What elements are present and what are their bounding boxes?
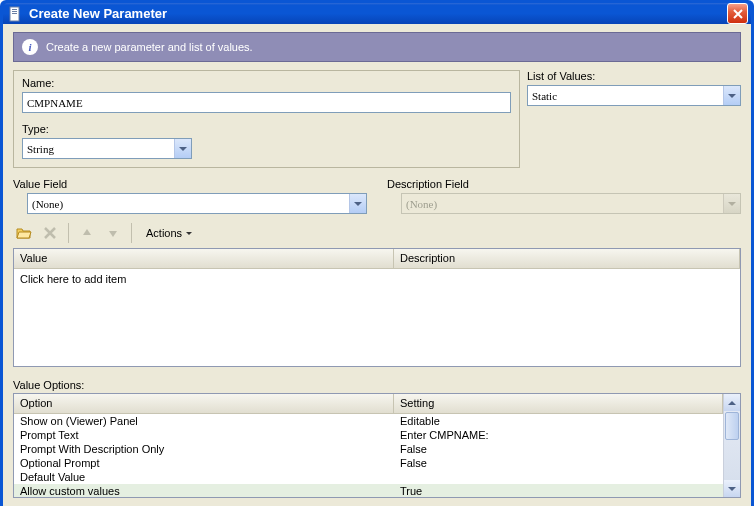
lov-group: List of Values: Static <box>527 70 741 168</box>
lov-label: List of Values: <box>527 70 741 82</box>
option-setting: True <box>394 484 723 497</box>
options-body: Show on (Viewer) Panel Editable Prompt T… <box>14 414 723 497</box>
option-setting <box>394 470 723 484</box>
app-icon <box>8 6 24 22</box>
options-row[interactable]: Show on (Viewer) Panel Editable <box>14 414 723 428</box>
separator <box>131 223 132 243</box>
options-grid: Option Setting Show on (Viewer) Panel Ed… <box>13 393 741 498</box>
options-row[interactable]: Allow custom values True <box>14 484 723 497</box>
grid-body[interactable]: Click here to add item <box>14 269 740 366</box>
option-name: Default Value <box>14 470 394 484</box>
options-header: Option Setting <box>14 394 723 414</box>
option-setting: False <box>394 442 723 456</box>
col-description[interactable]: Description <box>394 249 740 268</box>
title-bar: Create New Parameter <box>3 3 751 24</box>
type-label: Type: <box>22 123 192 135</box>
actions-label: Actions <box>146 227 182 239</box>
chevron-down-icon <box>723 86 740 105</box>
grid-placeholder[interactable]: Click here to add item <box>14 269 740 289</box>
col-value[interactable]: Value <box>14 249 394 268</box>
type-value: String <box>27 143 54 155</box>
toolbar: Actions <box>13 220 741 246</box>
desc-field-combo: (None) <box>401 193 741 214</box>
value-field-value: (None) <box>32 198 63 210</box>
value-options-label: Value Options: <box>13 379 741 391</box>
col-option[interactable]: Option <box>14 394 394 413</box>
scroll-down-button[interactable] <box>724 480 740 497</box>
move-up-button <box>76 222 98 244</box>
info-icon: i <box>22 39 38 55</box>
name-type-group: Name: Type: String <box>13 70 520 168</box>
window: Create New Parameter i Create a new para… <box>0 0 754 506</box>
window-title: Create New Parameter <box>29 6 727 21</box>
top-row: Name: Type: String List of Values: Stati… <box>13 70 741 168</box>
option-name: Allow custom values <box>14 484 394 497</box>
svg-rect-1 <box>12 9 17 10</box>
open-button[interactable] <box>13 222 35 244</box>
name-input[interactable] <box>22 92 511 113</box>
option-setting: Editable <box>394 414 723 428</box>
name-label: Name: <box>22 77 511 89</box>
separator <box>68 223 69 243</box>
option-setting: Enter CMPNAME: <box>394 428 723 442</box>
options-row[interactable]: Optional Prompt False <box>14 456 723 470</box>
desc-field-value: (None) <box>406 198 437 210</box>
lov-combo[interactable]: Static <box>527 85 741 106</box>
chevron-down-icon <box>723 194 740 213</box>
move-down-button <box>102 222 124 244</box>
info-text: Create a new parameter and list of value… <box>46 41 253 53</box>
options-row[interactable]: Prompt Text Enter CMPNAME: <box>14 428 723 442</box>
delete-button <box>39 222 61 244</box>
scrollbar[interactable] <box>723 394 740 497</box>
type-combo[interactable]: String <box>22 138 192 159</box>
desc-field-label: Description Field <box>387 178 741 190</box>
options-row[interactable]: Prompt With Description Only False <box>14 442 723 456</box>
svg-rect-2 <box>12 11 17 12</box>
value-field-label: Value Field <box>13 178 367 190</box>
field-row: Value Field (None) Description Field (No… <box>13 178 741 214</box>
client-area: i Create a new parameter and list of val… <box>3 24 751 506</box>
option-name: Show on (Viewer) Panel <box>14 414 394 428</box>
chevron-down-icon <box>174 139 191 158</box>
lov-value: Static <box>532 90 557 102</box>
option-name: Optional Prompt <box>14 456 394 470</box>
option-name: Prompt With Description Only <box>14 442 394 456</box>
chevron-down-icon <box>186 232 192 235</box>
value-field-combo[interactable]: (None) <box>27 193 367 214</box>
option-name: Prompt Text <box>14 428 394 442</box>
values-grid: Value Description Click here to add item <box>13 248 741 367</box>
chevron-down-icon <box>349 194 366 213</box>
scroll-track[interactable] <box>724 441 740 480</box>
close-button[interactable] <box>727 3 748 24</box>
svg-rect-3 <box>12 13 17 14</box>
actions-menu[interactable]: Actions <box>139 222 199 244</box>
options-row[interactable]: Default Value <box>14 470 723 484</box>
option-setting: False <box>394 456 723 470</box>
scroll-thumb[interactable] <box>725 412 739 440</box>
grid-header: Value Description <box>14 249 740 269</box>
col-setting[interactable]: Setting <box>394 394 723 413</box>
scroll-up-button[interactable] <box>724 394 740 411</box>
info-bar: i Create a new parameter and list of val… <box>13 32 741 62</box>
